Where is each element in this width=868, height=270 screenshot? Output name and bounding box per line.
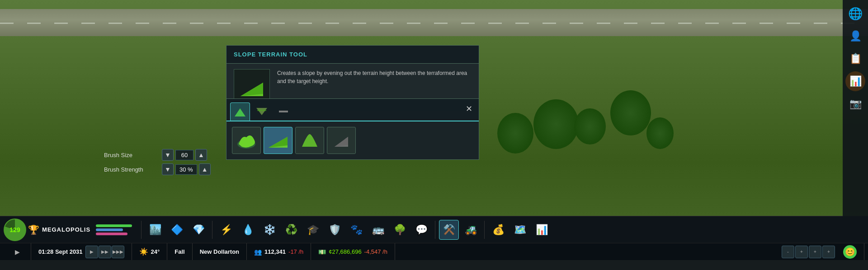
toolbar-icon-transit[interactable]: 🚌 — [368, 220, 388, 240]
tooltip-description: Creates a slope by evening out the terra… — [277, 69, 472, 85]
toolbar-icon-money[interactable]: 💰 — [488, 220, 508, 240]
happiness-indicator: 😊 — [843, 245, 857, 259]
brush-strength-stepper: ▼ 30 % ▲ — [162, 163, 211, 175]
toolbar-icon-fire[interactable]: 🛡️ — [325, 220, 344, 240]
shape-slope[interactable] — [264, 127, 292, 154]
toolbar-icon-police[interactable]: 🐾 — [346, 220, 366, 240]
speed-plus-3[interactable]: + — [822, 246, 835, 258]
separator-2 — [212, 221, 212, 239]
speed-btn-1[interactable]: ▶ — [85, 246, 98, 258]
tooltip-header: SLOPE TERRAIN TOOL — [226, 46, 479, 64]
temperature-value: 24° — [151, 248, 160, 255]
separator-4 — [484, 221, 485, 239]
population-section: 👥 112,341 -17 /h — [247, 243, 311, 260]
population-value: 112,341 — [264, 248, 286, 255]
right-panel: 🌐 👤 📋 📊 📷 — [843, 0, 868, 217]
brush-controls: Brush Size ▼ 60 ▲ Brush Strength ▼ 30 % … — [104, 149, 240, 178]
toolbar-icon-terrain[interactable]: ⚒️ — [439, 220, 459, 240]
toolbar-icon-statistics[interactable]: 📊 — [532, 220, 552, 240]
tree — [497, 113, 533, 154]
brush-size-stepper: ▼ 60 ▲ — [162, 149, 207, 161]
toolbar-icon-education[interactable]: 🎓 — [303, 220, 323, 240]
season-section: Fall — [167, 243, 192, 260]
toolbar-icon-water[interactable]: 💧 — [238, 220, 258, 240]
money-section: 💵 ¢27,686,696 -4,547 /h — [311, 243, 395, 260]
fast-forward-controls: ▶ ▶▶ ▶▶▶ — [85, 246, 124, 258]
population-bars — [96, 224, 132, 235]
city-name-label: MEGALOPOLIS — [42, 226, 90, 233]
right-icon-globe[interactable]: 🌐 — [845, 4, 865, 23]
svg-marker-2 — [235, 108, 245, 116]
tree — [574, 108, 606, 144]
tab-lower[interactable] — [252, 102, 272, 121]
city-name-status: New Dollarton — [193, 243, 247, 260]
road — [0, 9, 868, 36]
toolbar-icon-electricity[interactable]: ⚡ — [216, 220, 236, 240]
toolbar-icon-transport[interactable]: 💎 — [189, 220, 208, 240]
tab-raise[interactable] — [230, 102, 250, 121]
right-icon-chart[interactable]: 📊 — [845, 71, 865, 91]
status-bar: ▶ 01:28 Sept 2031 ▶ ▶▶ ▶▶▶ ☀️ 24° Fall N… — [0, 243, 868, 260]
toolbar-icon-roads[interactable]: 🔷 — [167, 220, 187, 240]
brush-size-increase[interactable]: ▲ — [195, 149, 207, 161]
svg-rect-5 — [279, 111, 288, 112]
time-section: 01:28 Sept 2031 ▶ ▶▶ ▶▶▶ — [31, 243, 132, 260]
brush-size-decrease[interactable]: ▼ — [162, 149, 174, 161]
brush-strength-label: Brush Strength — [104, 166, 158, 173]
play-section: ▶ — [4, 243, 31, 260]
toolbar-icon-bulldoze[interactable]: 🚜 — [461, 220, 481, 240]
bottom-hud: 129 🏆 MEGALOPOLIS 🏙️ 🔷 💎 ⚡ 💧 ❄️ ♻️ 🎓 🛡️ … — [0, 216, 868, 270]
tool-tabs-row: ✕ — [226, 99, 479, 121]
toolbar-icon-garbage[interactable]: ♻️ — [281, 220, 301, 240]
speed-minus[interactable]: - — [782, 246, 794, 258]
shape-wedge[interactable] — [327, 127, 356, 154]
money-value: ¢27,686,696 — [329, 248, 361, 255]
money-change: -4,547 /h — [364, 248, 387, 255]
close-button[interactable]: ✕ — [462, 102, 475, 115]
speed-btn-2[interactable]: ▶▶ — [99, 246, 111, 258]
brush-strength-value: 30 % — [175, 164, 197, 175]
toolbar-icon-policies[interactable]: 🗺️ — [510, 220, 530, 240]
weather-icon: ☀️ — [139, 247, 148, 256]
city-name-section: 🏆 MEGALOPOLIS — [28, 224, 90, 235]
separator-1 — [141, 221, 142, 239]
shape-peak[interactable] — [295, 127, 324, 154]
city-name-status-value: New Dollarton — [200, 248, 239, 255]
trophy-icon: 🏆 — [28, 224, 39, 235]
toolbar-icon-parks[interactable]: 🌳 — [390, 220, 410, 240]
tool-shapes-row — [226, 121, 479, 159]
brush-strength-decrease[interactable]: ▼ — [162, 163, 174, 175]
brush-size-label: Brush Size — [104, 152, 158, 158]
speed-section: - + + + 😊 — [771, 243, 864, 260]
slope-terrain-icon — [238, 74, 265, 101]
brush-strength-row: Brush Strength ▼ 30 % ▲ — [104, 163, 240, 175]
speed-btn-3[interactable]: ▶▶▶ — [112, 246, 124, 258]
play-button[interactable]: ▶ — [11, 246, 24, 258]
pop-bar-2 — [96, 228, 123, 231]
weather-section: ☀️ 24° — [132, 243, 168, 260]
speed-plus-2[interactable]: + — [809, 246, 821, 258]
time-value: 01:28 Sept 2031 — [38, 248, 83, 255]
tree — [610, 90, 651, 135]
toolbar-row: 129 🏆 MEGALOPOLIS 🏙️ 🔷 💎 ⚡ 💧 ❄️ ♻️ 🎓 🛡️ … — [0, 216, 868, 243]
brush-size-value: 60 — [175, 150, 193, 160]
svg-marker-1 — [241, 83, 263, 96]
tree — [533, 99, 579, 149]
tab-flatten[interactable] — [274, 102, 293, 121]
brush-strength-increase[interactable]: ▲ — [199, 163, 211, 175]
toolbar-icon-zones[interactable]: 🏙️ — [145, 220, 165, 240]
separator-3 — [435, 221, 435, 239]
pop-bar-1 — [96, 224, 132, 227]
right-icon-notes[interactable]: 📋 — [845, 49, 865, 69]
city-score-badge: 129 — [4, 219, 26, 241]
right-icon-profile[interactable]: 👤 — [845, 26, 865, 46]
right-icon-camera[interactable]: 📷 — [845, 94, 865, 114]
season-value: Fall — [175, 248, 184, 255]
tooltip-title: SLOPE TERRAIN TOOL — [234, 51, 472, 58]
toolbar-icon-communications[interactable]: 💬 — [411, 220, 431, 240]
speed-plus-1[interactable]: + — [795, 246, 808, 258]
money-icon: 💵 — [318, 248, 326, 256]
toolbar-icon-disaster[interactable]: ❄️ — [259, 220, 279, 240]
tool-selector-panel: ✕ — [226, 98, 479, 160]
population-change: -17 /h — [288, 248, 303, 255]
